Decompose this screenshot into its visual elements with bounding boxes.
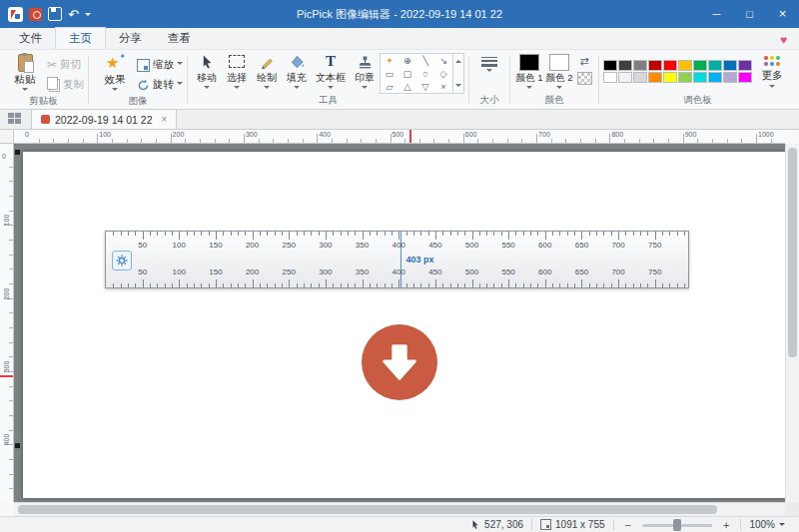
ellipse-shape[interactable]: ○: [416, 67, 434, 80]
palette-swatch[interactable]: [648, 72, 662, 83]
ruler-tool-tick: [428, 283, 429, 287]
move-tool-button[interactable]: 移动: [192, 51, 222, 92]
arrow-shape[interactable]: ↘: [434, 54, 452, 67]
ruler-label: 400: [319, 131, 331, 138]
zoom-slider-thumb[interactable]: [673, 519, 681, 531]
minimize-button[interactable]: ─: [700, 0, 733, 28]
palette-swatch[interactable]: [618, 60, 632, 71]
resize-handle[interactable]: [15, 443, 20, 448]
stamp-tool-button[interactable]: 印章: [350, 51, 380, 92]
save-icon[interactable]: [48, 7, 62, 21]
swap-colors-icon[interactable]: ⇄: [579, 56, 588, 67]
tab-close-icon[interactable]: ×: [162, 114, 168, 125]
palette-swatch[interactable]: [693, 60, 707, 71]
paste-button[interactable]: 粘贴: [3, 51, 47, 94]
palette-swatch[interactable]: [738, 60, 752, 71]
palette-swatch[interactable]: [678, 72, 692, 83]
star-shape[interactable]: ✦: [381, 54, 399, 67]
horizontal-scrollbar-thumb[interactable]: [18, 505, 717, 514]
color2-button[interactable]: 颜色 2: [544, 51, 574, 92]
rounded-rectangle-shape[interactable]: ▢: [399, 67, 416, 80]
vertical-scrollbar[interactable]: [785, 144, 799, 502]
heart-icon[interactable]: ♥: [780, 33, 787, 47]
palette-swatch[interactable]: [648, 60, 662, 71]
cross-shape[interactable]: ×: [434, 80, 452, 93]
zoom-slider[interactable]: [642, 518, 712, 532]
rectangle-shape[interactable]: ▭: [381, 67, 399, 80]
textbox-tool-button[interactable]: T 文本框: [312, 51, 350, 92]
scroll-down-icon[interactable]: [455, 84, 461, 90]
palette-swatch[interactable]: [633, 60, 647, 71]
palette-swatch[interactable]: [738, 72, 752, 83]
ruler-tool-tick: [194, 232, 195, 236]
ruler-tick: [9, 327, 13, 328]
diamond-shape[interactable]: ◇: [434, 67, 452, 80]
tab-home[interactable]: 主页: [55, 27, 106, 49]
palette-swatch[interactable]: [723, 60, 737, 71]
tab-view[interactable]: 查看: [155, 28, 204, 49]
vertical-scrollbar-thumb[interactable]: [788, 148, 797, 357]
resize-button[interactable]: 缩放: [137, 57, 183, 73]
ruler-tool-number: 250: [280, 241, 298, 250]
group-divider: [509, 56, 510, 104]
rotate-button[interactable]: 旋转: [137, 77, 183, 93]
ruler-tool-tick: [640, 283, 641, 287]
palette-swatch[interactable]: [708, 72, 722, 83]
zoom-out-button[interactable]: −: [622, 518, 634, 532]
line-shape[interactable]: ╲: [416, 54, 434, 67]
tab-file[interactable]: 文件: [6, 28, 55, 49]
palette-swatch[interactable]: [633, 72, 647, 83]
window-grid-icon[interactable]: [8, 113, 23, 126]
effects-button[interactable]: ★ ✦ 效果: [93, 51, 137, 94]
ruler-tool-tick: [165, 283, 166, 287]
text-icon: T: [326, 53, 336, 70]
close-button[interactable]: ×: [766, 0, 799, 28]
palette-swatch[interactable]: [618, 72, 632, 83]
canvas-viewport[interactable]: 403 px 505010010015015020020025025030030…: [14, 144, 785, 502]
horizontal-scrollbar[interactable]: [14, 502, 785, 516]
ruler-tool-tick: [464, 232, 465, 236]
zoom-level[interactable]: 100%: [749, 519, 785, 530]
maximize-button[interactable]: □: [733, 0, 766, 28]
ruler-tick: [565, 139, 566, 143]
ruler-tool-tick: [530, 232, 531, 236]
fill-tool-button[interactable]: 填充: [282, 51, 312, 92]
palette-swatch[interactable]: [663, 60, 677, 71]
palette-swatch[interactable]: [678, 60, 692, 71]
chevron-down-icon: [362, 86, 368, 92]
tab-share[interactable]: 分享: [106, 28, 155, 49]
canvas-page[interactable]: 403 px 505010010015015020020025025030030…: [23, 152, 785, 498]
resize-label: 缩放: [153, 58, 174, 72]
ruler-tick: [595, 139, 596, 143]
shape-gallery-scroll[interactable]: [453, 53, 464, 94]
transparency-icon[interactable]: [577, 72, 592, 85]
triangle-shape[interactable]: △: [399, 80, 416, 93]
draw-tool-button[interactable]: 绘制: [252, 51, 282, 92]
ruler-tool-tick: [589, 232, 590, 236]
undo-icon[interactable]: ↶: [68, 8, 79, 21]
picpick-logo-icon[interactable]: [8, 7, 23, 22]
resize-handle[interactable]: [15, 150, 20, 155]
scroll-up-icon[interactable]: [455, 57, 461, 63]
palette-swatch[interactable]: [603, 72, 617, 83]
ruler-tool-tick: [179, 232, 180, 240]
crosshair-shape[interactable]: ⊕: [399, 54, 416, 67]
parallelogram-shape[interactable]: ▱: [381, 80, 399, 93]
down-triangle-shape[interactable]: ▽: [416, 80, 434, 93]
palette-swatch[interactable]: [723, 72, 737, 83]
palette-swatch[interactable]: [708, 60, 722, 71]
palette-swatch[interactable]: [603, 60, 617, 71]
cut-button[interactable]: ✂ 剪切: [47, 57, 84, 73]
ruler-origin: 0: [25, 131, 29, 138]
select-tool-button[interactable]: 选择: [222, 51, 252, 92]
palette-swatch[interactable]: [693, 72, 707, 83]
more-colors-button[interactable]: 更多: [752, 51, 792, 91]
copy-button[interactable]: 复制: [47, 77, 84, 93]
line-size-button[interactable]: [473, 51, 505, 75]
capture-icon[interactable]: [29, 8, 42, 21]
color1-button[interactable]: 颜色 1: [514, 51, 544, 92]
zoom-in-button[interactable]: +: [720, 518, 732, 532]
quick-access-chevron-icon[interactable]: [85, 13, 91, 19]
document-tab[interactable]: 2022-09-19 14 01 22 ×: [31, 109, 177, 129]
palette-swatch[interactable]: [663, 72, 677, 83]
